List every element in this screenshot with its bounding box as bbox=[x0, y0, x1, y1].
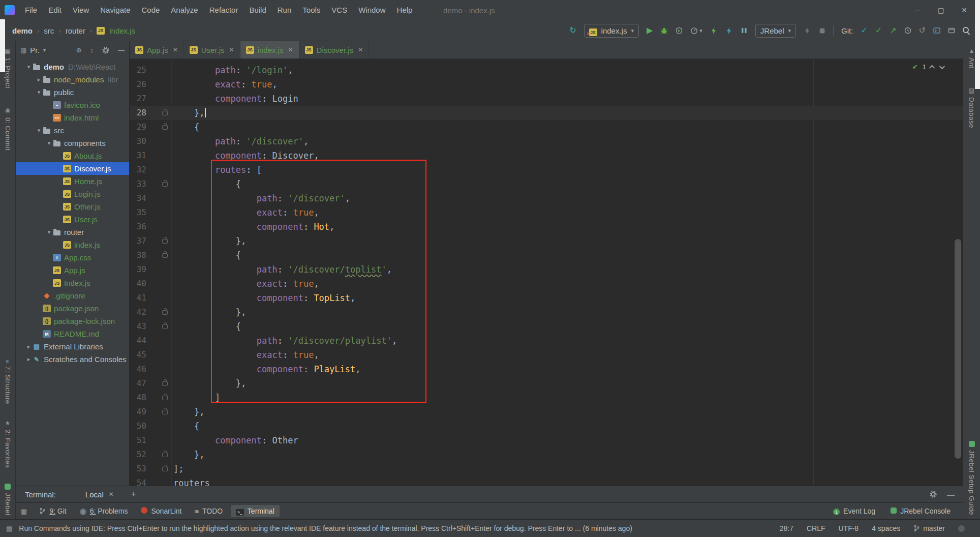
menu-analyze[interactable]: Analyze bbox=[165, 4, 203, 16]
tree-item-src[interactable]: ▾src bbox=[16, 124, 129, 137]
chevron-down-icon[interactable]: ▾ bbox=[43, 47, 46, 53]
tree-collapse-arrow-icon[interactable]: ▾ bbox=[35, 127, 43, 134]
tree-item-components[interactable]: ▾components bbox=[16, 137, 129, 150]
menu-code[interactable]: Code bbox=[136, 4, 165, 16]
collapse-all-icon[interactable]: ↕ bbox=[90, 46, 94, 54]
toolwindow-button-jrebel[interactable]: JRebel bbox=[4, 484, 12, 515]
tab-user-js[interactable]: JSUser.js✕ bbox=[184, 41, 240, 58]
tab-app-js[interactable]: JSApp.js✕ bbox=[130, 41, 184, 58]
jrebel-select[interactable]: JRebel ▾ bbox=[755, 24, 796, 38]
toolbutton-event-log[interactable]: 1Event Log bbox=[828, 505, 880, 518]
tree-item-login-js[interactable]: JSLogin.js bbox=[16, 188, 129, 200]
line-number[interactable]: 37 bbox=[130, 234, 146, 248]
git-update-icon[interactable]: ✓ bbox=[861, 26, 867, 35]
tree-item-package-lock-json[interactable]: {}package-lock.json bbox=[16, 315, 129, 327]
toolwindow-button-0-commit[interactable]: ◉0: Commit bbox=[4, 107, 12, 151]
gutter-marker-icon[interactable] bbox=[162, 324, 168, 329]
menu-build[interactable]: Build bbox=[243, 4, 271, 16]
line-number[interactable]: 42 bbox=[130, 305, 146, 319]
locate-file-icon[interactable]: ⊕ bbox=[76, 46, 82, 54]
toolbutton-todo[interactable]: ≡TODO bbox=[190, 505, 228, 518]
gutter-marker-icon[interactable] bbox=[162, 182, 168, 187]
tree-item-discover-js[interactable]: JSDiscover.js bbox=[16, 162, 129, 175]
line-number[interactable]: 53 bbox=[130, 462, 146, 476]
prev-problem-icon[interactable] bbox=[929, 65, 935, 70]
code-text[interactable]: ]; bbox=[173, 462, 183, 476]
line-number[interactable]: 39 bbox=[130, 262, 146, 277]
menu-edit[interactable]: Edit bbox=[43, 4, 67, 16]
git-shelf-icon[interactable] bbox=[948, 27, 955, 34]
indent-indicator[interactable]: 4 spaces bbox=[872, 524, 900, 532]
code-text[interactable]: }, bbox=[173, 405, 204, 419]
code-text[interactable]: { bbox=[173, 120, 199, 134]
code-text[interactable]: component: Other bbox=[173, 433, 298, 448]
menu-view[interactable]: View bbox=[67, 4, 95, 16]
gutter-marker-icon[interactable] bbox=[162, 453, 168, 457]
line-number[interactable]: 38 bbox=[130, 248, 146, 262]
tree-collapse-arrow-icon[interactable]: ▾ bbox=[25, 64, 33, 70]
close-icon[interactable]: ✕ bbox=[173, 46, 178, 53]
menu-window[interactable]: Window bbox=[353, 4, 391, 16]
caret-position[interactable]: 28:7 bbox=[780, 524, 793, 532]
line-number[interactable]: 48 bbox=[130, 391, 146, 405]
toolbutton-jrebel-console[interactable]: JRebel Console bbox=[885, 505, 956, 518]
hide-panel-icon[interactable]: — bbox=[947, 490, 955, 499]
git-branch-widget[interactable]: master bbox=[913, 524, 945, 532]
tree-item-index-js[interactable]: JSindex.js bbox=[16, 238, 129, 251]
git-push-icon[interactable]: ↗ bbox=[890, 26, 896, 35]
tree-item-index-js[interactable]: JSIndex.js bbox=[16, 277, 129, 289]
code-text[interactable]: path: '/discover', bbox=[173, 134, 309, 148]
close-icon[interactable]: ✕ bbox=[358, 46, 363, 53]
gutter-marker-icon[interactable] bbox=[162, 253, 168, 258]
search-icon[interactable] bbox=[963, 27, 970, 34]
gutter-marker-icon[interactable] bbox=[162, 111, 168, 115]
stop-disabled-icon[interactable] bbox=[819, 27, 825, 34]
line-number[interactable]: 52 bbox=[130, 448, 146, 462]
run-configuration-select[interactable]: JS ✕ index.js ▾ bbox=[584, 24, 639, 38]
tool-window-switcher-icon[interactable]: ▦ bbox=[21, 508, 27, 515]
close-icon[interactable]: ✕ bbox=[229, 46, 234, 53]
close-icon[interactable]: ✕ bbox=[288, 46, 293, 53]
toolbutton-9-git[interactable]: 9: Git bbox=[34, 505, 71, 518]
line-number[interactable]: 43 bbox=[130, 319, 146, 334]
breadcrumb-index-js[interactable]: index.js bbox=[109, 26, 135, 35]
git-history-icon[interactable] bbox=[904, 27, 911, 34]
jrebel-debug-icon[interactable] bbox=[725, 27, 733, 35]
toolwindow-button-database[interactable]: ▤Database bbox=[968, 87, 975, 128]
tree-item-about-js[interactable]: JSAbout.js bbox=[16, 150, 129, 162]
line-number[interactable]: 26 bbox=[130, 77, 146, 92]
line-number[interactable]: 40 bbox=[130, 277, 146, 291]
line-number[interactable]: 51 bbox=[130, 433, 146, 448]
line-number[interactable]: 47 bbox=[130, 376, 146, 391]
tree-item-favicon-ico[interactable]: ●favicon.ico bbox=[16, 99, 129, 111]
gutter-marker-icon[interactable] bbox=[162, 310, 168, 315]
jrebel-disabled-icon[interactable] bbox=[804, 27, 811, 35]
tree-collapse-arrow-icon[interactable]: ▾ bbox=[35, 89, 43, 96]
line-number[interactable]: 50 bbox=[130, 419, 146, 433]
run-with-coverage-button[interactable] bbox=[676, 27, 683, 35]
tree-item-external-libraries[interactable]: ▸▤External Libraries bbox=[16, 340, 129, 353]
tree-item-index-html[interactable]: <>index.html bbox=[16, 111, 129, 124]
code-text[interactable]: }, bbox=[173, 106, 206, 120]
profiler-button[interactable]: ▾ bbox=[690, 27, 702, 35]
line-number[interactable]: 33 bbox=[130, 177, 146, 191]
code-text[interactable]: path: '/login', bbox=[173, 63, 293, 77]
project-view-label[interactable]: Pr. bbox=[30, 46, 39, 54]
breadcrumb-src[interactable]: src bbox=[44, 26, 54, 35]
tree-item-demo[interactable]: ▾demoD:\Web\React bbox=[16, 61, 129, 73]
menu-help[interactable]: Help bbox=[391, 4, 418, 16]
code-text[interactable]: exact: true, bbox=[173, 77, 278, 92]
tree-item-app-css[interactable]: #App.css bbox=[16, 251, 129, 264]
line-number[interactable]: 25 bbox=[130, 63, 146, 77]
tree-item-public[interactable]: ▾public bbox=[16, 86, 129, 99]
new-terminal-session-button[interactable]: + bbox=[131, 489, 136, 499]
minimize-button[interactable]: – bbox=[906, 1, 929, 20]
code-text[interactable]: component: Login bbox=[173, 92, 298, 106]
code-text[interactable]: }, bbox=[173, 448, 204, 462]
tree-expand-arrow-icon[interactable]: ▸ bbox=[25, 343, 33, 350]
tab-index-js[interactable]: JSindex.js✕ bbox=[240, 41, 299, 58]
line-number[interactable]: 30 bbox=[130, 134, 146, 148]
toolwindow-button-7-structure[interactable]: ≡7: Structure bbox=[4, 360, 12, 404]
gutter-marker-icon[interactable] bbox=[162, 381, 168, 386]
menu-navigate[interactable]: Navigate bbox=[95, 4, 136, 16]
